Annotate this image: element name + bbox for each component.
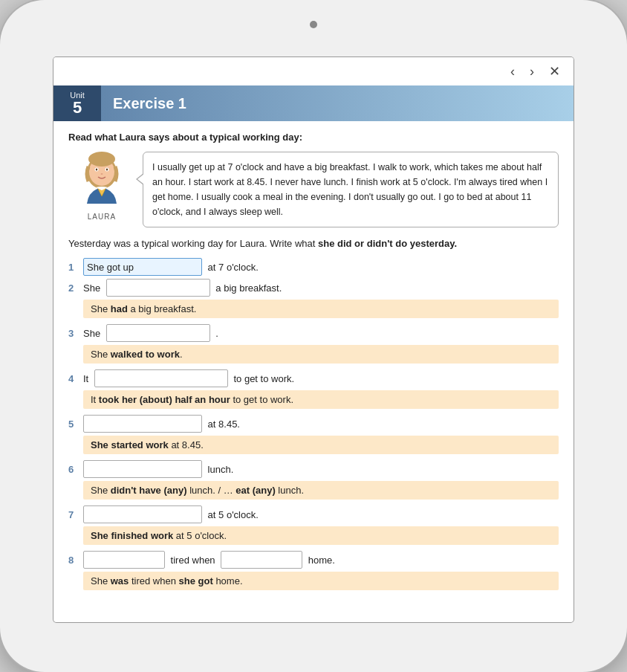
row-suffix-7: at 5 o'clock. [205, 509, 259, 520]
row-suffix-3: . [213, 328, 218, 339]
exercise-row-2: 2 She a big breakfast. [68, 279, 559, 297]
row-number-2: 2 [68, 282, 80, 294]
row-suffix-8: home. [305, 555, 335, 566]
exercise-row-8: 8 tired when home. [68, 551, 559, 569]
input-5[interactable] [83, 415, 202, 433]
unit-number: 5 [73, 100, 82, 116]
row-prefix-4: It [83, 373, 91, 384]
close-button[interactable]: ✕ [545, 62, 565, 81]
exercise-title: Exercise 1 [101, 85, 186, 121]
row-number-8: 8 [68, 555, 80, 566]
svg-point-7 [88, 152, 115, 167]
svg-point-6 [101, 173, 103, 175]
tablet-screen: ‹ › ✕ Unit 5 Exercise 1 Read what Laura … [53, 57, 574, 622]
answer-7: She finished work at 5 o'clock. [83, 526, 559, 545]
task-instruction-plain: Yesterday was a typical working day for … [68, 238, 318, 249]
content-area: Read what Laura says about a typical wor… [53, 121, 574, 622]
nav-bar: ‹ › ✕ [53, 57, 574, 85]
input-1[interactable] [83, 258, 202, 276]
row-number-4: 4 [68, 373, 80, 384]
exercise-row-3: 3 She . [68, 324, 559, 342]
answer-6: She didn't have (any) lunch. / … eat (an… [83, 481, 559, 500]
input-3[interactable] [106, 324, 210, 342]
exercise-row-4: 4 It to get to work. [68, 369, 559, 387]
main-instruction: Read what Laura says about a typical wor… [68, 132, 559, 143]
row-suffix-2: a big breakfast. [213, 282, 282, 294]
row-prefix-2: She [83, 282, 103, 294]
answer-5: She started work at 8.45. [83, 436, 559, 454]
task-instruction: Yesterday was a typical working day for … [68, 238, 559, 249]
row-number-7: 7 [68, 509, 80, 520]
tablet-device: ‹ › ✕ Unit 5 Exercise 1 Read what Laura … [0, 0, 627, 672]
input-7[interactable] [83, 505, 202, 523]
svg-point-4 [96, 169, 97, 171]
row-suffix-1: at 7 o'clock. [205, 262, 259, 273]
answer-2: She had a big breakfast. [83, 300, 559, 318]
exercise-row-5: 5 at 8.45. [68, 415, 559, 433]
row-suffix-6: lunch. [205, 464, 233, 475]
input-2[interactable] [106, 279, 210, 297]
unit-badge: Unit 5 [53, 85, 101, 121]
next-button[interactable]: › [525, 62, 539, 81]
input-6[interactable] [83, 460, 202, 478]
input-8a[interactable] [83, 551, 165, 569]
speech-text: I usually get up at 7 o'clock and have a… [152, 162, 548, 217]
tablet-camera [310, 21, 317, 28]
exercise-header: Unit 5 Exercise 1 [53, 85, 574, 121]
row-number-6: 6 [68, 464, 80, 475]
row-middle-8: tired when [168, 555, 218, 566]
laura-name-label: LAURA [88, 213, 116, 221]
answer-8: She was tired when she got home. [83, 572, 559, 590]
svg-point-5 [106, 169, 108, 171]
exercise-row-1: 1 at 7 o'clock. [68, 258, 559, 276]
laura-avatar: LAURA [68, 152, 135, 221]
exercise-row-6: 6 lunch. [68, 460, 559, 478]
row-suffix-5: at 8.45. [205, 419, 240, 430]
prev-button[interactable]: ‹ [506, 62, 519, 81]
speech-bubble: I usually get up at 7 o'clock and have a… [143, 152, 559, 227]
input-4[interactable] [94, 369, 228, 387]
row-number-5: 5 [68, 419, 80, 430]
task-instruction-bold: she did or didn't do yesterday. [318, 238, 457, 249]
laura-section: LAURA I usually get up at 7 o'clock and … [68, 152, 559, 227]
input-8b[interactable] [221, 551, 302, 569]
answer-4: It took her (about) half an hour to get … [83, 390, 559, 409]
row-number-3: 3 [68, 328, 80, 339]
answer-3: She walked to work. [83, 345, 559, 364]
exercise-row-7: 7 at 5 o'clock. [68, 505, 559, 523]
row-suffix-4: to get to work. [231, 373, 294, 384]
avatar-image [75, 152, 129, 211]
row-number-1: 1 [68, 262, 80, 273]
row-prefix-3: She [83, 328, 103, 339]
